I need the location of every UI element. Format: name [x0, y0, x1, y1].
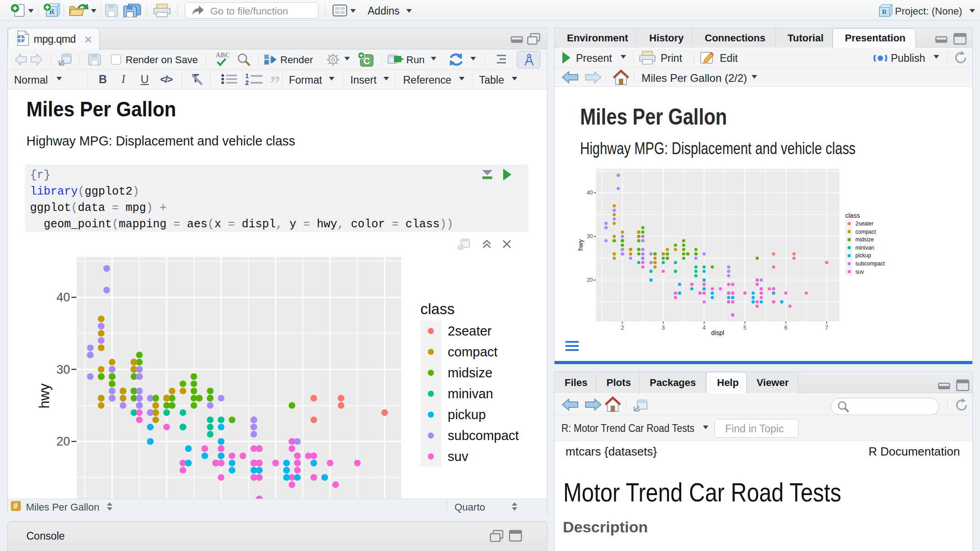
svg-text:suv: suv [448, 449, 469, 464]
svg-text:5: 5 [743, 325, 747, 331]
svg-text:6: 6 [784, 325, 788, 331]
svg-text:30: 30 [587, 233, 593, 240]
svg-text:2seater: 2seater [448, 324, 492, 338]
svg-text:40: 40 [56, 291, 70, 304]
svg-text:R: R [882, 8, 887, 15]
svg-text:minivan: minivan [855, 245, 874, 251]
svg-text:2seater: 2seater [855, 220, 874, 227]
svg-text:hwy: hwy [577, 240, 584, 251]
svg-text:pickup: pickup [448, 407, 486, 422]
svg-text:20: 20 [56, 435, 70, 448]
svg-text:midsize: midsize [448, 366, 492, 380]
svg-text:4: 4 [702, 325, 706, 331]
svg-text:2: 2 [621, 325, 624, 331]
svg-text:7: 7 [825, 325, 828, 331]
svg-text:40: 40 [587, 190, 593, 196]
svg-text:pickup: pickup [855, 252, 871, 259]
svg-text:2: 2 [245, 79, 249, 85]
svg-text:3: 3 [662, 325, 665, 331]
svg-text:subcompact: subcompact [448, 428, 519, 443]
svg-text:1: 1 [245, 73, 249, 80]
svg-text:subcompact: subcompact [855, 260, 885, 267]
svg-text:20: 20 [587, 277, 593, 283]
svg-text:compact: compact [855, 229, 876, 235]
svg-text:minivan: minivan [448, 386, 493, 401]
svg-text:suv: suv [855, 269, 864, 275]
svg-text:class: class [420, 301, 455, 317]
svg-text:compact: compact [448, 345, 498, 359]
svg-text:midsize: midsize [855, 236, 874, 243]
svg-text:ABC: ABC [216, 51, 230, 59]
svg-text:displ: displ [711, 329, 724, 336]
svg-text:hwy: hwy [36, 383, 52, 409]
svg-text:30: 30 [56, 363, 70, 376]
svg-text:class: class [845, 212, 860, 219]
